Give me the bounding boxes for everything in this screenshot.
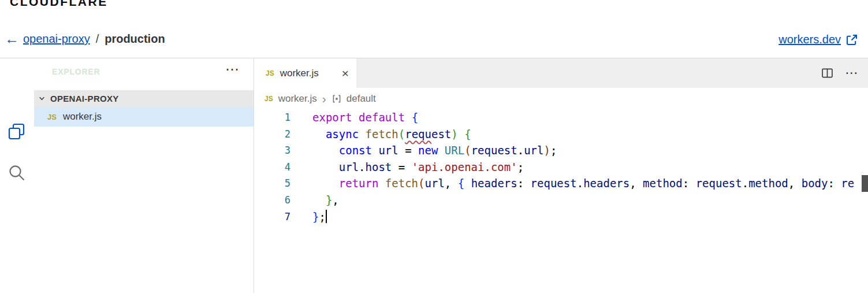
code-text: export default { [312, 109, 418, 126]
code-line[interactable]: 5 return fetch(url, { headers: request.h… [255, 175, 868, 192]
editor-tab-bar: JS worker.js × ⋯ [255, 58, 868, 88]
js-file-icon: JS [266, 69, 274, 77]
code-line[interactable]: 2 async fetch(request) { [255, 126, 868, 143]
tab-label: worker.js [280, 68, 319, 79]
split-editor-icon[interactable] [821, 67, 833, 79]
line-number: 5 [255, 175, 290, 192]
code-text: async fetch(request) { [312, 126, 471, 143]
code-line[interactable]: 7}; [255, 209, 868, 225]
code-line[interactable]: 3 const url = new URL(request.url); [255, 142, 868, 159]
js-file-icon: JS [47, 113, 57, 121]
more-actions-icon[interactable]: ⋯ [845, 65, 859, 81]
workers-dev-link-group: workers.dev [778, 33, 858, 46]
cloudflare-logo: CLOUDFLARE [10, 0, 108, 9]
editor-actions: ⋯ [821, 58, 859, 88]
breadcrumb-separator: / [96, 32, 99, 46]
code-line[interactable]: 6 }, [255, 192, 868, 209]
files-copy-icon[interactable] [8, 123, 26, 141]
tab-worker-js[interactable]: JS worker.js × [255, 58, 356, 88]
file-item-worker-js[interactable]: JS worker.js [34, 107, 254, 127]
environment-name: production [105, 32, 165, 46]
breadcrumb-symbol[interactable]: default [347, 93, 376, 105]
code-text: return fetch(url, { headers: request.hea… [312, 175, 854, 192]
top-nav-bar: ← openai-proxy / production workers.dev [0, 25, 868, 58]
explorer-sidebar: EXPLORER ⋯ OPENAI-PROXY JS worker.js [34, 58, 254, 293]
code-line[interactable]: 1export default { [255, 109, 868, 126]
chevron-right-icon: › [322, 92, 326, 106]
external-link-icon[interactable] [845, 34, 858, 46]
explorer-header: EXPLORER ⋯ [34, 58, 254, 90]
editor-pane: JS worker.js × ⋯ JS worker.js › default [255, 58, 868, 293]
sidebar-section-openai-proxy[interactable]: OPENAI-PROXY [34, 90, 254, 107]
explorer-title: EXPLORER [52, 67, 100, 76]
editor-breadcrumbs: JS worker.js › default [255, 88, 868, 109]
code-text: }, [312, 192, 339, 209]
activity-bar [0, 58, 34, 293]
line-number: 6 [255, 192, 290, 209]
scrollbar-thumb[interactable] [862, 175, 868, 192]
section-label: OPENAI-PROXY [50, 94, 119, 103]
back-arrow-icon[interactable]: ← [5, 32, 19, 46]
line-number: 2 [255, 126, 290, 143]
close-icon[interactable]: × [342, 67, 349, 79]
file-name: worker.js [63, 111, 102, 123]
default-export-symbol-icon [331, 94, 342, 104]
line-number: 7 [255, 209, 290, 225]
breadcrumb: ← openai-proxy / production [5, 32, 165, 46]
project-link[interactable]: openai-proxy [23, 32, 90, 46]
line-number: 4 [255, 159, 290, 176]
line-number: 3 [255, 142, 290, 159]
code-text: url.host = 'api.openai.com'; [312, 159, 524, 176]
explorer-more-actions-icon[interactable]: ⋯ [225, 61, 240, 77]
js-file-icon: JS [265, 95, 273, 103]
code-text: }; [312, 209, 327, 225]
chevron-down-icon [38, 95, 46, 102]
breadcrumb-file[interactable]: worker.js [278, 93, 317, 105]
code-lines[interactable]: 1export default {2 async fetch(request) … [255, 109, 868, 225]
text-cursor [326, 210, 327, 223]
code-text: const url = new URL(request.url); [312, 142, 557, 159]
search-icon[interactable] [8, 164, 26, 182]
code-line[interactable]: 4 url.host = 'api.openai.com'; [255, 159, 868, 176]
line-number: 1 [255, 109, 290, 126]
workers-dev-link[interactable]: workers.dev [778, 33, 841, 46]
